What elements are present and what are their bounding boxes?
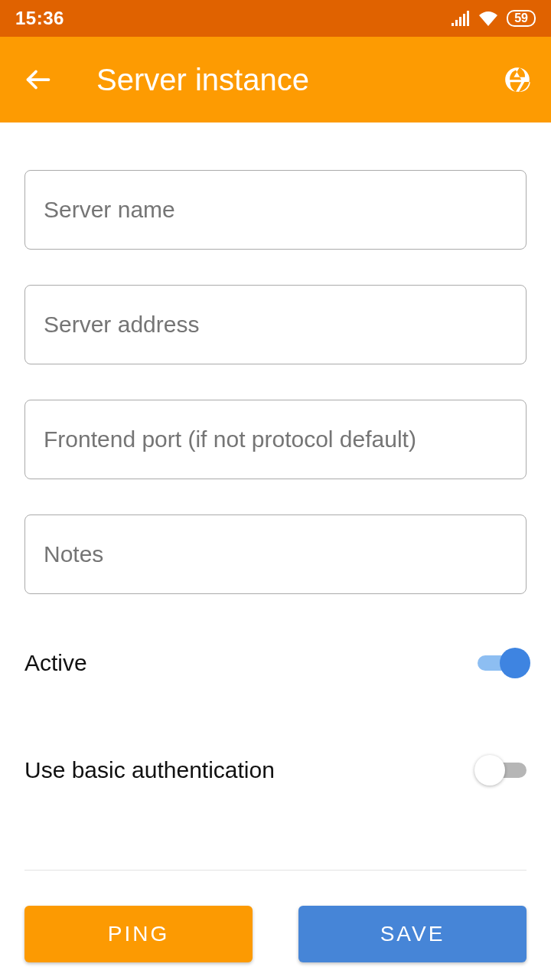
svg-rect-2	[459, 17, 461, 26]
ping-button[interactable]: PING	[24, 906, 253, 962]
app-bar: Server instance	[0, 37, 551, 122]
server-name-input[interactable]	[24, 170, 527, 250]
arrow-left-icon	[24, 66, 52, 93]
shutter-icon	[503, 65, 532, 94]
active-toggle[interactable]	[478, 648, 527, 678]
basic-auth-toggle-row: Use basic authentication	[24, 755, 527, 786]
status-bar: 15:36 59	[0, 0, 551, 37]
svg-rect-0	[452, 23, 454, 26]
notes-input[interactable]	[24, 514, 527, 594]
svg-rect-3	[463, 14, 465, 26]
server-address-input[interactable]	[24, 285, 527, 364]
basic-auth-toggle[interactable]	[478, 755, 527, 786]
basic-auth-label: Use basic authentication	[24, 757, 275, 783]
divider	[24, 870, 527, 871]
svg-rect-4	[467, 11, 469, 26]
svg-rect-1	[455, 20, 458, 26]
status-time: 15:36	[15, 8, 64, 29]
form-content: Active Use basic authentication PING SAV…	[0, 170, 551, 962]
shutter-button[interactable]	[502, 64, 533, 95]
active-label: Active	[24, 650, 87, 676]
wifi-icon	[478, 11, 499, 26]
page-title: Server instance	[96, 63, 502, 97]
battery-icon: 59	[507, 10, 536, 27]
signal-icon	[452, 11, 470, 26]
button-row: PING SAVE	[24, 906, 527, 962]
active-toggle-row: Active	[24, 648, 527, 678]
status-icons: 59	[452, 10, 536, 27]
frontend-port-input[interactable]	[24, 400, 527, 479]
save-button[interactable]: SAVE	[298, 906, 527, 962]
back-button[interactable]	[18, 60, 58, 100]
